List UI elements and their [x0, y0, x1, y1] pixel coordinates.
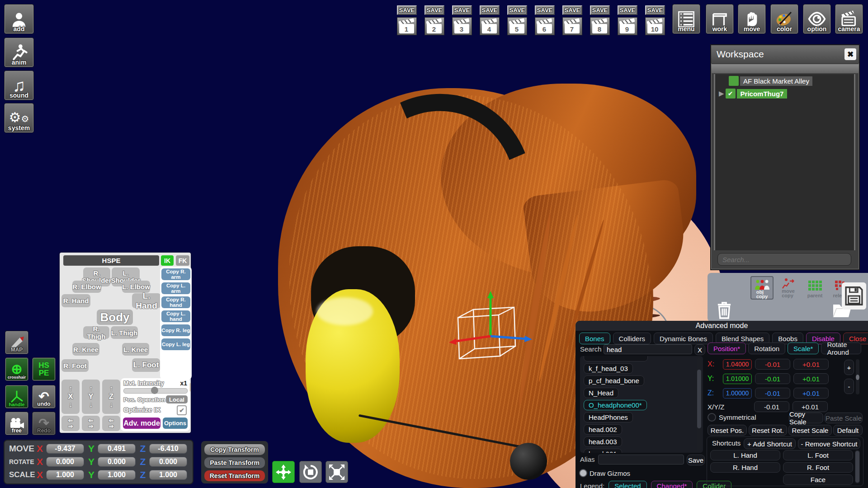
- expander-icon[interactable]: ▶: [719, 89, 724, 98]
- y-value-input[interactable]: 1.01000: [723, 374, 752, 384]
- clapperboard-icon[interactable]: 9: [618, 17, 637, 35]
- optimize-ik-checkbox[interactable]: ✔: [177, 405, 187, 415]
- clapperboard-icon[interactable]: 5: [507, 17, 527, 35]
- redo-button[interactable]: ↷ Redo: [33, 412, 55, 435]
- z-value-input[interactable]: 1.00000: [723, 388, 752, 399]
- advanced-mode-header[interactable]: Advanced mode: [576, 321, 868, 331]
- axis-z-lr-stepper[interactable]: ⇐ ⇒: [102, 416, 120, 431]
- symmetrical-toggle[interactable]: Symmetrical: [708, 413, 756, 422]
- mode-tab[interactable]: Position*: [708, 343, 746, 354]
- decrease-button[interactable]: -: [844, 379, 854, 394]
- copy-transform-button[interactable]: Copy Transform: [204, 444, 265, 455]
- clapperboard-icon[interactable]: 7: [562, 17, 582, 35]
- advanced-tab[interactable]: Bones: [579, 333, 610, 344]
- system-button[interactable]: ⚙⚙ system: [5, 103, 33, 132]
- undo-button[interactable]: ↶ undo: [33, 385, 55, 408]
- bone-list-item[interactable]: O_headphone00*: [584, 400, 647, 410]
- bone-l-foot[interactable]: L. Foot: [132, 358, 160, 372]
- crosshair-button[interactable]: ⊕ crosshair: [5, 358, 28, 380]
- mvt-intensity-slider[interactable]: [123, 388, 188, 394]
- clear-search-button[interactable]: X: [694, 344, 705, 355]
- move-copy-button[interactable]: movecopy: [778, 276, 799, 298]
- scrollbar-thumb[interactable]: [855, 451, 859, 483]
- shortcut-button[interactable]: L. Foot: [783, 450, 853, 460]
- axis-y-lr-stepper[interactable]: ⇐ ⇒: [82, 416, 100, 431]
- mode-tab[interactable]: Scale*: [788, 343, 819, 354]
- rotate-z-value[interactable]: 0.000: [149, 457, 187, 467]
- bone-search-input[interactable]: [604, 344, 692, 354]
- bone-list-item[interactable]: HeadPhones: [584, 412, 633, 422]
- camera-button[interactable]: camera: [835, 5, 863, 33]
- x-value-input[interactable]: 1.04000: [723, 359, 752, 370]
- adv-mode-button[interactable]: Adv. mode: [123, 418, 160, 429]
- scale-x-value[interactable]: 1.000: [46, 470, 84, 480]
- axis-x-stepper[interactable]: ↑ X ↓: [61, 380, 80, 414]
- clapperboard-icon[interactable]: 1: [397, 17, 417, 35]
- sound-button[interactable]: ♫ sound: [5, 71, 33, 100]
- move-y-value[interactable]: 0.491: [98, 444, 136, 454]
- reset-pos-button[interactable]: Reset Pos.: [708, 425, 747, 436]
- save-button[interactable]: SAVE: [645, 5, 665, 15]
- options-button[interactable]: Options: [163, 418, 188, 429]
- bone-r-thigh[interactable]: R. Thigh: [83, 326, 109, 339]
- rotate-y-value[interactable]: 0.000: [98, 457, 136, 467]
- reset-scale-button[interactable]: Reset Scale: [788, 425, 832, 436]
- mode-tab[interactable]: Rotation: [748, 343, 785, 354]
- hspe-toggle-button[interactable]: HSPE: [33, 358, 55, 380]
- obj-copy-button[interactable]: objcopy: [750, 276, 774, 300]
- bone-r-foot[interactable]: R. Foot: [61, 359, 89, 372]
- shortcut-scrollbar[interactable]: [855, 450, 860, 483]
- work-button[interactable]: work: [706, 5, 733, 33]
- shortcut-button[interactable]: Face: [783, 474, 853, 485]
- bone-list-item[interactable]: head.001: [584, 449, 622, 453]
- bone-l-thigh[interactable]: L. Thigh: [111, 326, 138, 339]
- anim-button[interactable]: anim: [5, 38, 33, 67]
- bone-body[interactable]: Body: [97, 310, 133, 325]
- clapperboard-icon[interactable]: 2: [425, 17, 444, 35]
- clapperboard-icon[interactable]: 8: [590, 17, 610, 35]
- copy-pose-button[interactable]: Copy R. leg: [161, 324, 190, 336]
- clapperboard-icon[interactable]: 10: [645, 17, 665, 35]
- fk-tab[interactable]: FK: [176, 255, 189, 266]
- value-slider[interactable]: [856, 359, 859, 394]
- axis-z-stepper[interactable]: ↑ Z ↓: [102, 380, 120, 414]
- default-button[interactable]: Default: [833, 425, 863, 436]
- save-button[interactable]: SAVE: [618, 5, 637, 15]
- bone-l-hand[interactable]: L. Hand: [132, 293, 161, 308]
- axis-x-lr-stepper[interactable]: ⇐ ⇒: [61, 416, 80, 431]
- bone-list-item[interactable]: [584, 356, 648, 361]
- gizmo-scale-mode-button[interactable]: [326, 461, 348, 483]
- free-camera-button[interactable]: free: [5, 412, 28, 435]
- shortcut-button[interactable]: R. Foot: [783, 462, 853, 473]
- draw-gizmos-toggle[interactable]: Draw Gizmos: [579, 469, 630, 477]
- x-increment-button[interactable]: +0.01: [793, 359, 829, 370]
- workspace-titlebar[interactable]: Workspace: [711, 45, 859, 63]
- add-shortcut-button[interactable]: + Add Shortcut: [744, 438, 796, 449]
- bone-r-hand[interactable]: R. Hand: [61, 294, 90, 307]
- clapperboard-icon[interactable]: 4: [480, 17, 500, 35]
- pos-operation-mode-button[interactable]: Local: [166, 395, 188, 404]
- save-button[interactable]: SAVE: [590, 5, 610, 15]
- bone-r-elbow[interactable]: R. Elbow: [72, 281, 101, 293]
- bone-l-knee[interactable]: L. Knee: [122, 343, 149, 356]
- copy-pose-button[interactable]: Copy L. leg: [161, 338, 190, 350]
- reset-transform-button[interactable]: Reset Transform: [204, 470, 265, 481]
- bone-list-scrollbar[interactable]: [697, 358, 702, 451]
- shortcut-button[interactable]: R. Hand: [710, 462, 780, 473]
- copy-pose-button[interactable]: Copy R. hand: [161, 296, 190, 308]
- alias-save-button[interactable]: Save: [687, 455, 705, 465]
- copy-pose-button[interactable]: Copy L. arm: [161, 282, 190, 294]
- ik-tab[interactable]: IK: [161, 255, 174, 266]
- workspace-search-input[interactable]: [717, 253, 851, 266]
- add-button[interactable]: add: [5, 5, 33, 33]
- advanced-tab[interactable]: Dynamic Bones: [654, 333, 713, 344]
- move-x-value[interactable]: -9.437: [46, 444, 84, 454]
- bone-list-item[interactable]: N_Head: [584, 388, 618, 398]
- menu-button[interactable]: menu: [673, 5, 700, 33]
- y-increment-button[interactable]: +0.01: [793, 373, 829, 384]
- delete-button[interactable]: [713, 300, 735, 321]
- save-button[interactable]: SAVE: [452, 5, 472, 15]
- parent-button[interactable]: parent: [804, 276, 826, 298]
- alias-input[interactable]: [598, 455, 684, 465]
- scale-y-value[interactable]: 1.000: [98, 470, 136, 480]
